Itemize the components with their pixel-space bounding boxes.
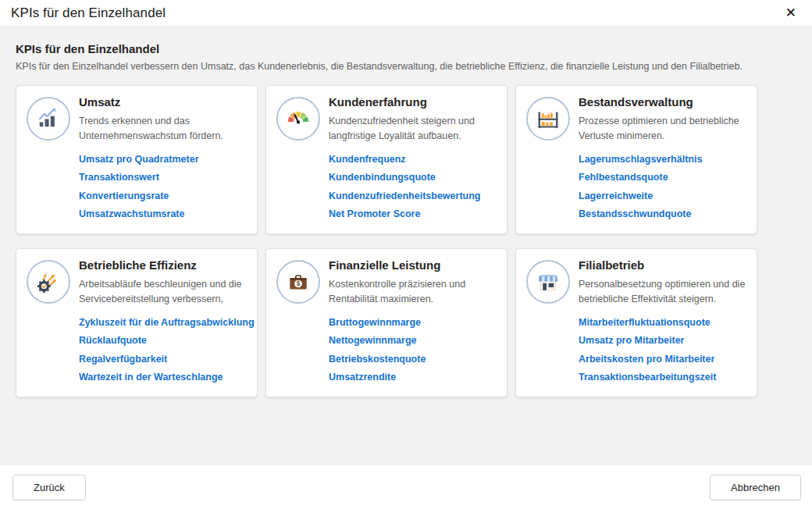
card-description: Personalbesetzung optimieren und die bet… <box>579 277 750 307</box>
kpi-link[interactable]: Kundenzufriedenheitsbewertung <box>329 190 500 201</box>
kpi-link[interactable]: Transaktionsbearbeitungszeit <box>579 372 750 383</box>
dialog-footer: Zurück Abbrechen <box>0 465 812 509</box>
card-title: Finanzielle Leistung <box>329 258 500 272</box>
kpi-link[interactable]: Mitarbeiterfluktuationsquote <box>579 317 750 328</box>
dialog-header: KPIs für den Einzelhandel ✕ <box>0 0 812 26</box>
kpi-link[interactable]: Bestandsschwundquote <box>579 208 750 219</box>
card-description: Kostenkontrolle präzisieren und Rentabil… <box>329 277 500 307</box>
card-title: Kundenerfahrung <box>329 95 500 109</box>
card-description: Kundenzufriedenheit steigern und langfri… <box>329 114 500 144</box>
card-title: Bestandsverwaltung <box>579 95 750 109</box>
close-icon: ✕ <box>785 5 796 20</box>
inventory-shelf-icon <box>526 97 570 141</box>
kpi-link[interactable]: Kundenfrequenz <box>329 154 500 165</box>
card-title: Umsatz <box>79 95 251 109</box>
kpi-link[interactable]: Transaktionswert <box>79 172 251 183</box>
back-button[interactable]: Zurück <box>12 475 86 500</box>
kpi-link[interactable]: Rücklaufquote <box>79 335 251 346</box>
kpi-card-umsatz: Umsatz Trends erkennen und das Unternehm… <box>16 85 258 234</box>
kpi-link[interactable]: Nettogewinnmarge <box>329 335 500 346</box>
gear-arrows-icon <box>27 260 70 304</box>
dialog-title: KPIs für den Einzelhandel <box>11 5 166 21</box>
kpi-link[interactable]: Regalverfügbarkeit <box>79 354 251 365</box>
close-button[interactable]: ✕ <box>782 5 800 21</box>
satisfaction-gauge-icon <box>276 97 320 141</box>
kpi-link[interactable]: Kundenbindungsquote <box>329 172 500 183</box>
card-description: Prozesse optimieren und betriebliche Ver… <box>579 114 750 144</box>
card-description: Trends erkennen und das Unternehmenswach… <box>79 114 251 144</box>
kpi-card-bestandsverwaltung: Bestandsverwaltung Prozesse optimieren u… <box>515 85 757 234</box>
content-area: KPIs für den Einzelhandel KPIs für den E… <box>0 26 812 465</box>
kpi-card-filialbetrieb: Filialbetrieb Personalbesetzung optimier… <box>515 248 757 397</box>
kpi-link[interactable]: Umsatz pro Quadratmeter <box>79 154 251 165</box>
kpi-card-grid: Umsatz Trends erkennen und das Unternehm… <box>16 85 796 397</box>
kpi-link[interactable]: Arbeitskosten pro Mitarbeiter <box>579 354 750 365</box>
page-subtitle: KPIs für den Einzelhandel verbessern den… <box>16 61 796 72</box>
kpi-link[interactable]: Konvertierungsrate <box>79 190 251 201</box>
kpi-link[interactable]: Zykluszeit für die Auftragsabwicklung <box>79 317 251 328</box>
kpi-card-finanzielle-leistung: $ Finanzielle Leistung Kostenkontrolle p… <box>265 248 508 397</box>
kpi-link[interactable]: Bruttogewinnmarge <box>329 317 500 328</box>
storefront-icon <box>526 260 570 304</box>
kpi-card-kundenerfahrung: Kundenerfahrung Kundenzufriedenheit stei… <box>265 85 508 234</box>
kpi-link[interactable]: Lagerumschlagsverhältnis <box>579 154 750 165</box>
svg-text:$: $ <box>297 279 301 287</box>
kpi-link[interactable]: Net Promoter Score <box>329 208 500 219</box>
card-description: Arbeitsabläufe beschleunigen und die Ser… <box>79 277 251 307</box>
kpi-card-betriebliche-effizienz: Betriebliche Effizienz Arbeitsabläufe be… <box>16 248 258 397</box>
kpi-link[interactable]: Umsatz pro Mitarbeiter <box>579 335 750 346</box>
kpi-link[interactable]: Fehlbestandsquote <box>579 172 750 183</box>
card-title: Filialbetrieb <box>579 258 750 272</box>
kpi-link[interactable]: Wartezeit in der Warteschlange <box>79 372 251 383</box>
kpi-link[interactable]: Umsatzwachstumsrate <box>79 208 251 219</box>
kpi-link[interactable]: Betriebskostenquote <box>329 354 500 365</box>
kpi-link[interactable]: Umsatzrendite <box>329 372 500 383</box>
kpi-link[interactable]: Lagerreichweite <box>579 190 750 201</box>
bar-chart-growth-icon <box>27 97 70 141</box>
cancel-button[interactable]: Abbrechen <box>710 475 801 500</box>
card-title: Betriebliche Effizienz <box>79 258 251 272</box>
briefcase-dollar-icon: $ <box>276 260 320 304</box>
page-heading: KPIs für den Einzelhandel <box>16 42 796 55</box>
